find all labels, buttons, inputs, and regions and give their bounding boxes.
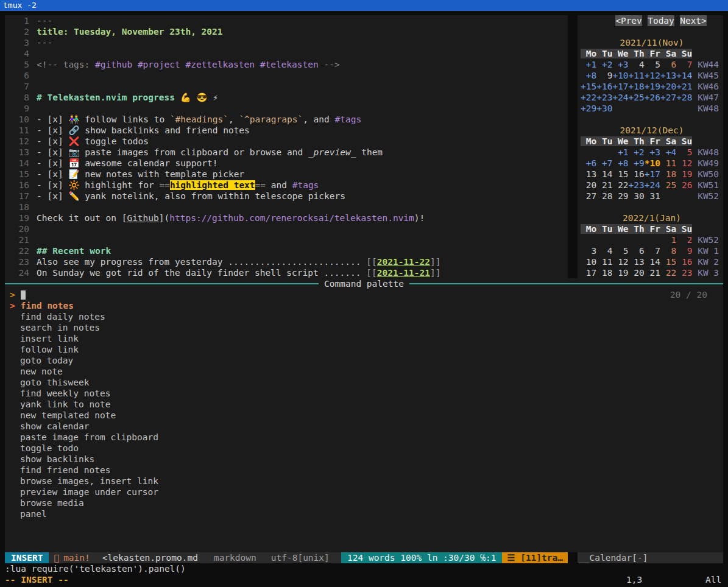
calendar-day[interactable]: 6 xyxy=(629,246,645,256)
calendar-day[interactable]: +26 xyxy=(645,93,660,102)
editor-line[interactable]: 14- [x] 📅 awesome calendar support! xyxy=(5,158,568,169)
calendar-day[interactable]: 21 xyxy=(645,268,660,278)
calendar-day[interactable]: 4 xyxy=(596,246,612,256)
calendar-day[interactable]: 15 xyxy=(660,257,676,267)
calendar-day[interactable]: +10 xyxy=(612,71,628,80)
editor-line[interactable]: 19Check it out on [Github](https://githu… xyxy=(5,213,568,223)
text-segment-tg[interactable]: #zettelkasten xyxy=(185,60,255,69)
calendar-day[interactable]: +8 xyxy=(581,71,596,80)
calendar-day[interactable]: +27 xyxy=(660,93,676,102)
calendar-day[interactable]: +4 xyxy=(660,147,676,157)
text-segment-wl[interactable]: 2021-11-21 xyxy=(377,268,430,278)
palette-item[interactable]: preview image under cursor xyxy=(5,487,723,497)
calendar-day[interactable]: 11 xyxy=(660,158,676,168)
calendar-day[interactable]: 5 xyxy=(676,147,692,157)
calendar-day[interactable]: 9 xyxy=(596,71,612,80)
text-segment-wl[interactable]: 2021-11-22 xyxy=(377,257,430,267)
palette-item[interactable]: find weekly notes xyxy=(5,388,723,399)
calendar-day[interactable]: 14 xyxy=(596,169,612,179)
calendar-day[interactable]: 1 xyxy=(660,235,676,245)
calendar-day[interactable]: 7 xyxy=(645,246,660,256)
calendar-day[interactable]: +21 xyxy=(676,82,692,91)
text-segment-tg[interactable]: #tags xyxy=(335,114,362,124)
calendar-day[interactable]: +12 xyxy=(645,71,660,80)
palette-item[interactable]: search in notes xyxy=(5,322,723,333)
calendar-day[interactable]: 21 xyxy=(596,180,612,190)
palette-item[interactable]: insert link xyxy=(5,333,723,344)
calendar-day[interactable]: 19 xyxy=(676,169,692,179)
calendar-day[interactable]: 5 xyxy=(612,246,628,256)
calendar-day[interactable]: 10 xyxy=(581,257,596,267)
palette-item[interactable]: find friend notes xyxy=(5,465,723,476)
calendar-day[interactable]: 23 xyxy=(676,268,692,278)
calendar-day[interactable]: 31 xyxy=(645,191,660,201)
calendar-day[interactable]: 26 xyxy=(676,180,692,190)
calendar-day[interactable]: 14 xyxy=(645,257,660,267)
palette-item[interactable]: find daily notes xyxy=(5,311,723,322)
palette-item[interactable]: show backlinks xyxy=(5,454,723,465)
calendar-day[interactable]: +25 xyxy=(629,93,645,102)
calendar-day[interactable]: 20 xyxy=(629,268,645,278)
calendar-next-button[interactable]: Next> xyxy=(680,15,707,26)
editor-line[interactable]: 13- [x] 📷 paste images from clipboard or… xyxy=(5,147,568,158)
calendar-day[interactable]: +23 xyxy=(629,180,645,190)
palette-item[interactable]: new templated note xyxy=(5,410,723,421)
editor-window[interactable]: 1---2title: Tuesday, November 23th, 2021… xyxy=(5,15,568,278)
editor-line[interactable]: 16- [x] 🔆 highlight for ==highlighted te… xyxy=(5,180,568,191)
calendar-day[interactable]: 18 xyxy=(660,169,676,179)
calendar-day[interactable]: 28 xyxy=(596,191,612,201)
calendar-today-button[interactable]: Today xyxy=(648,15,674,26)
calendar-day[interactable]: 12 xyxy=(612,257,628,267)
calendar-day[interactable]: +17 xyxy=(645,169,660,179)
calendar-day[interactable]: +19 xyxy=(645,82,660,91)
calendar-day[interactable]: 13 xyxy=(629,257,645,267)
calendar-day[interactable]: +24 xyxy=(645,180,660,190)
editor-line[interactable]: 17- [x] ✏️ yank notelink, also from with… xyxy=(5,191,568,202)
palette-prompt-input[interactable]: > 20 / 20 xyxy=(5,289,723,300)
calendar-day[interactable]: +30 xyxy=(596,104,612,113)
palette-item[interactable]: yank link to note xyxy=(5,399,723,410)
calendar-day[interactable]: +2 xyxy=(629,147,645,157)
calendar-day[interactable]: +24 xyxy=(612,93,628,102)
calendar-day[interactable]: +29 xyxy=(581,104,596,113)
editor-line[interactable]: 18 xyxy=(5,202,568,213)
calendar-day[interactable]: +3 xyxy=(645,147,660,157)
editor-line[interactable]: 15- [x] 📝 new notes with template picker xyxy=(5,169,568,180)
calendar-day[interactable]: +1 xyxy=(581,60,596,69)
editor-line[interactable]: 9 xyxy=(5,103,568,114)
calendar-day[interactable]: 11 xyxy=(596,257,612,267)
calendar-day[interactable]: +9 xyxy=(629,158,645,168)
calendar-day[interactable]: +8 xyxy=(612,158,628,168)
calendar-day[interactable]: +28 xyxy=(676,93,692,102)
palette-item[interactable]: goto today xyxy=(5,355,723,366)
calendar-day[interactable]: 8 xyxy=(660,246,676,256)
text-segment-lk[interactable]: Github xyxy=(127,213,158,223)
editor-line[interactable]: 7 xyxy=(5,81,568,92)
calendar-day[interactable]: +14 xyxy=(676,71,692,80)
editor-line[interactable]: 12- [x] ❌ toggle todos xyxy=(5,136,568,147)
calendar-day[interactable]: 20 xyxy=(581,180,596,190)
calendar-day[interactable]: 30 xyxy=(629,191,645,201)
palette-item[interactable]: goto thisweek xyxy=(5,377,723,388)
editor-line[interactable]: 20 xyxy=(5,223,568,234)
editor-line[interactable]: 5<!-- tags: #github #project #zettelkast… xyxy=(5,59,568,70)
calendar-day[interactable]: 13 xyxy=(581,169,596,179)
calendar-day[interactable]: +2 xyxy=(596,60,612,69)
calendar-day[interactable]: +17 xyxy=(612,82,628,91)
palette-item[interactable]: panel xyxy=(5,508,723,519)
calendar-day[interactable]: 9 xyxy=(676,246,692,256)
calendar-day[interactable]: 16 xyxy=(629,169,645,179)
calendar-day[interactable]: 3 xyxy=(581,246,596,256)
calendar-day[interactable]: 22 xyxy=(612,180,628,190)
calendar-day[interactable]: +3 xyxy=(612,60,628,69)
calendar-day[interactable]: 5 xyxy=(645,60,660,69)
editor-line[interactable]: 2title: Tuesday, November 23th, 2021 xyxy=(5,26,568,37)
calendar-day[interactable]: +11 xyxy=(629,71,645,80)
calendar-day[interactable]: 19 xyxy=(612,268,628,278)
calendar-day[interactable]: 17 xyxy=(581,268,596,278)
calendar-day[interactable]: 27 xyxy=(581,191,596,201)
editor-line[interactable]: 10- [x] 👫 follow links to `#headings`, `… xyxy=(5,114,568,125)
palette-selected-row[interactable]: > find notes xyxy=(5,300,723,311)
calendar-day[interactable]: +20 xyxy=(660,82,676,91)
calendar-day[interactable]: 15 xyxy=(612,169,628,179)
